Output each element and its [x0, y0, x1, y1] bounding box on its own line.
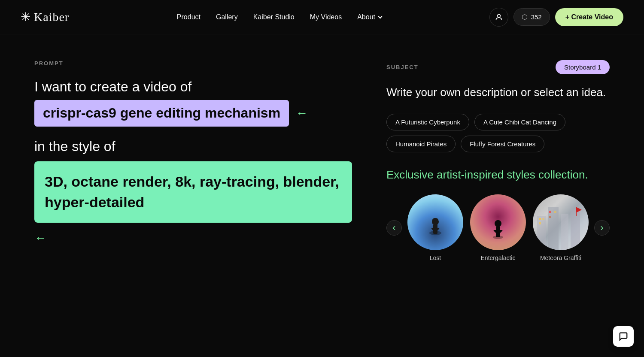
style-intro-text: in the style of [34, 139, 352, 154]
style-back-arrow-icon[interactable]: ← [34, 231, 352, 245]
svg-rect-19 [576, 207, 577, 216]
style-label-entergalactic: Entergalactic [481, 254, 516, 261]
nav-item-my-videos[interactable]: My Videos [310, 13, 342, 21]
user-profile-button[interactable] [489, 8, 508, 27]
prompt-intro-text: I want to create a video of [34, 79, 352, 95]
subject-label: SUBJECT [386, 64, 419, 70]
style-circle-entergalactic [470, 194, 526, 250]
svg-rect-12 [571, 209, 580, 250]
style-text: 3D, octane render, 8k, ray-tracing, blen… [45, 172, 342, 212]
style-circle-meteora [533, 194, 589, 250]
main-content: PROMPT I want to create a video of crisp… [0, 34, 644, 357]
logo-text: Kaiber [34, 10, 69, 24]
svg-point-8 [495, 220, 501, 224]
style-item-meteora[interactable]: Meteora Graffiti [533, 194, 589, 261]
subject-header: SUBJECT Storyboard 1 [386, 60, 610, 74]
left-panel: PROMPT I want to create a video of crisp… [34, 60, 352, 340]
idea-tag-cyberpunk[interactable]: A Futuristic Cyberpunk [386, 114, 469, 130]
svg-rect-9 [537, 216, 546, 250]
right-panel: SUBJECT Storyboard 1 Write your own desc… [386, 60, 610, 340]
nav-links: Product Gallery Kaiber Studio My Videos … [177, 13, 382, 21]
logo[interactable]: ✳ Kaiber [21, 10, 69, 24]
svg-rect-15 [539, 222, 541, 224]
svg-rect-14 [542, 218, 544, 220]
storyboard-badge: Storyboard 1 [556, 60, 610, 74]
idea-tag-pirates[interactable]: Humanoid Pirates [386, 136, 456, 152]
nav-link-studio[interactable]: Kaiber Studio [253, 13, 295, 21]
style-block: 3D, octane render, 8k, ray-tracing, blen… [34, 161, 352, 223]
style-label-lost: Lost [430, 254, 441, 261]
svg-rect-16 [549, 211, 551, 213]
prompt-back-arrow-icon[interactable]: ← [296, 106, 308, 120]
credits-display[interactable]: ⬡ 352 [513, 8, 550, 26]
carousel-next-button[interactable]: › [594, 220, 610, 236]
nav-link-my-videos[interactable]: My Videos [310, 13, 342, 21]
exclusive-title: Exclusive artist-inspired styles collect… [386, 168, 610, 182]
svg-rect-17 [554, 211, 556, 213]
nav-item-gallery[interactable]: Gallery [216, 13, 238, 21]
idea-tag-chibi[interactable]: A Cute Chibi Cat Dancing [474, 114, 565, 130]
svg-rect-13 [539, 218, 541, 220]
nav-link-gallery[interactable]: Gallery [216, 13, 238, 21]
style-circle-lost [407, 194, 463, 250]
nav-item-product[interactable]: Product [177, 13, 200, 21]
create-video-button[interactable]: + Create Video [555, 8, 623, 26]
svg-rect-18 [549, 216, 551, 218]
svg-point-0 [497, 14, 500, 17]
svg-point-4 [432, 218, 438, 222]
nav-link-about[interactable]: About [357, 13, 375, 21]
prompt-highlighted-block: crispr-cas9 gene editing mechanism ← [34, 100, 352, 127]
idea-tag-fluffy[interactable]: Fluffy Forest Creatures [461, 136, 544, 152]
svg-rect-11 [561, 214, 568, 250]
carousel-prev-button[interactable]: ‹ [386, 220, 402, 236]
navbar: ✳ Kaiber Product Gallery Kaiber Studio M… [0, 0, 644, 34]
nav-item-studio[interactable]: Kaiber Studio [253, 13, 295, 21]
credits-icon: ⬡ [522, 13, 528, 21]
nav-link-product[interactable]: Product [177, 13, 200, 21]
style-item-lost[interactable]: Lost [407, 194, 463, 261]
prompt-label: PROMPT [34, 60, 352, 67]
chat-button[interactable] [613, 326, 634, 347]
svg-rect-10 [548, 207, 559, 250]
logo-icon: ✳ [21, 10, 30, 24]
nav-item-about[interactable]: About [357, 13, 382, 21]
prompt-highlighted-text: crispr-cas9 gene editing mechanism [34, 100, 289, 127]
styles-carousel: ‹ [386, 194, 610, 261]
styles-items: Lost Entergalactic [407, 194, 589, 261]
about-chevron-icon [378, 15, 383, 19]
subject-description: Write your own description or select an … [386, 85, 610, 100]
style-item-entergalactic[interactable]: Entergalactic [470, 194, 526, 261]
nav-right: ⬡ 352 + Create Video [489, 8, 623, 27]
style-label-meteora: Meteora Graffiti [540, 254, 581, 261]
credits-count: 352 [531, 13, 542, 21]
idea-tags: A Futuristic Cyberpunk A Cute Chibi Cat … [386, 114, 610, 152]
